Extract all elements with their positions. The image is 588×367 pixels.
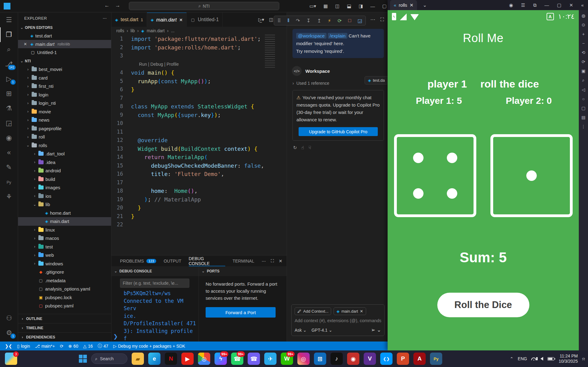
code-line-12[interactable]: 12 @override — [111, 136, 287, 145]
customize-layout-icon[interactable]: ▦ — [323, 3, 328, 9]
code-line-7[interactable]: 7 — [111, 94, 287, 103]
tree-item-login_nti[interactable]: ›login_nti — [18, 99, 111, 107]
emu-fold-icon[interactable]: ▤ — [581, 115, 585, 120]
tree-item-android[interactable]: ›android — [18, 166, 111, 175]
status-git-branch[interactable]: ⎇main*+ — [33, 342, 57, 350]
status-infos[interactable]: ⓘ47 — [95, 342, 111, 350]
tree-item-card[interactable]: ›card — [18, 74, 111, 82]
open-editors-header[interactable]: ⌄ OPEN EDITORS — [18, 24, 111, 32]
tree-item-main.dart[interactable]: ◈main.dart — [18, 217, 111, 226]
panel-close-icon[interactable]: ✕ — [279, 259, 282, 264]
code-line-20[interactable]: 20 } — [111, 204, 287, 212]
open-editor-test.dart[interactable]: ◈test.dart — [18, 32, 111, 40]
tree-item-linux[interactable]: ›linux — [18, 226, 111, 234]
emu-account-icon[interactable]: ◉ — [509, 2, 513, 8]
code-line-6[interactable]: 6} — [111, 85, 287, 94]
stop-button[interactable]: □ — [348, 18, 351, 23]
run-device-dropdown[interactable]: ▭▾ — [309, 3, 316, 9]
activity-search-editor[interactable]: ◲ — [0, 116, 18, 131]
hot-reload-button[interactable]: ⚡ — [328, 18, 331, 24]
roll-dice-button[interactable]: Roll the Dice — [437, 293, 529, 317]
activity-todo-tree[interactable]: ⚘ — [0, 189, 18, 204]
code-line-4[interactable]: 4void main() { — [111, 68, 287, 77]
taskbar-python[interactable]: Py — [430, 353, 442, 365]
tree-item-.metadata[interactable]: ▢.metadata — [18, 276, 111, 285]
emu-logo-icon[interactable]: ◍ — [582, 13, 585, 18]
taskbar-viber[interactable]: ☎ — [248, 353, 260, 365]
status-remote-indicator[interactable]: ❯❮ — [2, 342, 14, 350]
drag-handle[interactable]: ⠿ — [277, 18, 281, 24]
forward-port-button[interactable]: Forward a Port — [206, 307, 276, 318]
activity-explorer[interactable]: ❐ — [0, 27, 18, 42]
tree-item-roll[interactable]: ›roll — [18, 133, 111, 141]
taskbar-powerpoint[interactable]: P — [397, 353, 409, 365]
tree-item-login[interactable]: ›login — [18, 91, 111, 99]
taskbar-search[interactable]: ⌕Search — [91, 353, 127, 364]
emu-home-icon[interactable]: ○ — [582, 96, 585, 101]
wifi-icon[interactable] — [531, 357, 536, 360]
taskbar-youtube-music[interactable]: ◉ — [347, 353, 359, 365]
open-editor-main.dart[interactable]: ✕◈main.dartrolls\lib — [18, 40, 111, 48]
panel-tab-problems[interactable]: PROBLEMS123 — [120, 256, 156, 266]
emu-power-icon[interactable]: ⊙ — [582, 22, 585, 27]
tree-item-movie[interactable]: ›movie — [18, 107, 111, 116]
hidden-icons-chevron[interactable]: ⌃ — [510, 356, 513, 361]
activity-menu[interactable]: ☰ — [0, 13, 18, 27]
reference-file-chip[interactable]: ◈ test.da — [365, 76, 388, 84]
tree-item-windows[interactable]: ›windows — [18, 260, 111, 268]
tree-item-pageprofile[interactable]: ›pageprofile — [18, 124, 111, 133]
activity-extensions[interactable]: ⊞ — [0, 86, 18, 101]
code-editor[interactable]: 1import 'package:flutter/material.dart';… — [111, 35, 287, 255]
tree-item-pubspec.lock[interactable]: ▣pubspec.lock — [18, 293, 111, 302]
breadcrumb[interactable]: rolls›lib›◈main.dart›... — [111, 27, 287, 35]
emu-close[interactable]: ✕ — [569, 2, 573, 8]
tree-item-.gitignore[interactable]: ◆.gitignore — [18, 268, 111, 276]
tree-item-ios[interactable]: ›ios — [18, 192, 111, 201]
console-prompt[interactable]: ❯ — [113, 333, 118, 340]
activity-python[interactable]: Py — [0, 175, 18, 189]
tree-item-web[interactable]: ›web — [18, 251, 111, 260]
emu-minimize[interactable]: — — [544, 2, 549, 8]
debug-console-header[interactable]: ⌄ DEBUG CONSOLE — [111, 266, 199, 276]
code-line-2[interactable]: 2import 'package:rolls/home.dart'; — [111, 43, 287, 52]
emu-volume-down-icon[interactable]: − — [582, 41, 585, 46]
section-outline[interactable]: ›OUTLINE — [18, 314, 111, 323]
chat-input-placeholder[interactable]: Add context (#), extensions (@), command… — [295, 318, 381, 323]
language-indicator[interactable]: ENG — [518, 356, 527, 361]
console-filter-input[interactable]: Filter (e.g. text, !exclude, \e... — [120, 279, 189, 288]
activity-github[interactable]: ◉ — [0, 131, 18, 145]
tree-item-rolls[interactable]: ⌄rolls — [18, 141, 111, 150]
tree-item-images[interactable]: ›images — [18, 183, 111, 192]
code-line-8[interactable]: 8class MyApp extends StatelessWidget { — [111, 102, 287, 111]
code-line-18[interactable]: 18 home: Home(), — [111, 187, 287, 195]
taskbar-tiktok[interactable]: ♪ — [331, 353, 343, 365]
panel-more-icon[interactable]: ⋯ — [261, 259, 266, 264]
code-line-16[interactable]: 16 title: 'Flutter Demo', — [111, 170, 287, 178]
emu-rotate-left-icon[interactable]: ⟲ — [582, 50, 585, 55]
code-line-3[interactable]: 3 — [111, 52, 287, 60]
code-line-17[interactable]: 17 — [111, 178, 287, 187]
step-out-button[interactable]: ↥ — [317, 18, 321, 24]
emu-back-icon[interactable]: ◁ — [582, 87, 585, 92]
emu-collapse[interactable]: « — [581, 2, 584, 8]
activity-flutter[interactable]: « — [0, 145, 18, 160]
mode-dropdown[interactable]: Ask ⌄ — [295, 328, 307, 333]
code-line-19[interactable]: 19 ); // MaterialApp — [111, 195, 287, 204]
taskbar-youtube[interactable]: ▶ — [181, 353, 194, 365]
section-dependencies[interactable]: ›DEPENDENCIES — [18, 332, 111, 342]
taskbar-instagram[interactable]: ◎ — [297, 353, 310, 365]
status-debug-config[interactable]: ▷Debug my code + packages + SDK — [111, 342, 188, 350]
nav-back-icon[interactable]: ← — [104, 2, 110, 9]
taskbar-microsoft-store[interactable]: ⊞ — [314, 353, 326, 365]
remove-file-icon[interactable]: ✕ — [360, 309, 363, 314]
panel-tab-terminal[interactable]: TERMINAL — [233, 256, 254, 266]
emu-screenshot-icon[interactable]: ▣ — [581, 68, 585, 73]
chat-more-icon[interactable]: ⋯ — [370, 17, 375, 22]
taskbar-adobe-reader[interactable]: A — [413, 353, 426, 365]
taskbar-visual-studio[interactable]: V — [364, 353, 376, 365]
section-timeline[interactable]: ›TIMELINE — [18, 323, 111, 332]
tree-item-test[interactable]: ›test — [18, 243, 111, 251]
step-over-button[interactable]: ↷ — [296, 18, 300, 24]
chat-input-box[interactable]: 🖉 Add Context... ◈ main.dart ✕ Add conte… — [291, 304, 385, 336]
explorer-more-icon[interactable]: ⋯ — [103, 16, 107, 21]
